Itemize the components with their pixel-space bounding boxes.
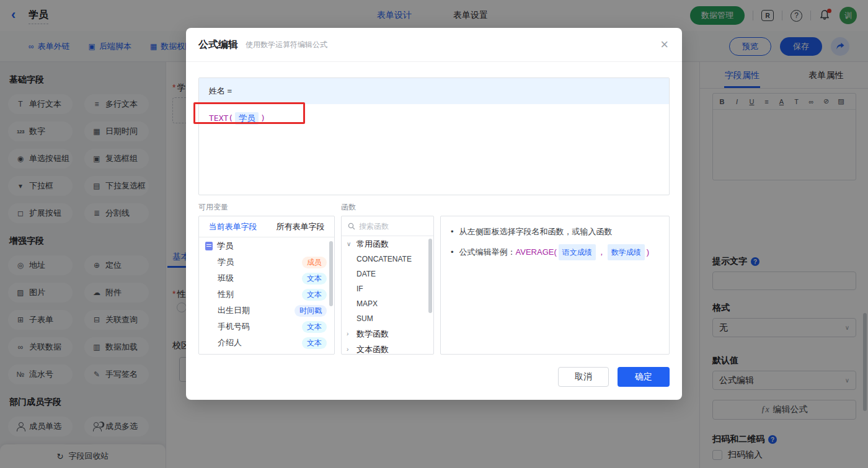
function-group-text[interactable]: ›文本函数 [342, 342, 433, 355]
function-item[interactable]: CONCATENATE [342, 252, 433, 267]
example-function-token: AVERAGE( [516, 245, 557, 260]
function-search-input[interactable] [359, 222, 421, 231]
type-badge: 文本 [302, 337, 327, 349]
modal-footer: 取消 确定 [558, 367, 670, 387]
hint-panel: •从左侧面板选择字段名和函数，或输入函数 • 公式编辑举例： AVERAGE( … [440, 216, 670, 355]
variable-name: 出生日期 [218, 305, 250, 316]
functions-panel: ∨常用函数 CONCATENATE DATE IF MAPX SUM ›数学函数… [341, 216, 434, 355]
tab-current-form-fields[interactable]: 当前表单字段 [199, 221, 267, 232]
function-name-token: TEXT( [209, 113, 233, 123]
bullet: • [451, 245, 454, 260]
function-item[interactable]: IF [342, 281, 433, 296]
variables-tabs: 当前表单字段 所有表单字段 [199, 216, 334, 237]
variable-row[interactable]: 性别文本 [199, 286, 334, 302]
variables-root-node[interactable]: 学员 [199, 237, 334, 254]
hint-text: 从左侧面板选择字段名和函数，或输入函数 [459, 224, 613, 239]
example-field-chip: 数学成绩 [608, 244, 645, 260]
form-designer-app: ‹ 学员 表单设计 表单设置 数据管理 R ? 训 ∞表单外链 ▣后端脚本 ▦数… [0, 0, 868, 468]
type-badge: 时间戳 [294, 305, 327, 317]
hint-line-2: • 公式编辑举例： AVERAGE( 语文成绩 ， 数学成绩 ) [451, 244, 659, 260]
modal-header: 公式编辑 使用数学运算符编辑公式 × [186, 28, 682, 62]
function-group-math[interactable]: ›数学函数 [342, 326, 433, 342]
close-icon[interactable]: × [660, 38, 668, 51]
formula-editor[interactable]: 姓名 = TEXT(学员) [198, 77, 670, 195]
close-paren-token: ) [260, 113, 265, 123]
chevron-right-icon: › [347, 346, 353, 353]
root-label: 学员 [217, 241, 233, 252]
function-search[interactable] [342, 216, 433, 236]
function-item[interactable]: SUM [342, 311, 433, 326]
function-item[interactable]: MAPX [342, 296, 433, 311]
chevron-right-icon: › [347, 330, 353, 337]
formula-editor-modal: 公式编辑 使用数学运算符编辑公式 × 姓名 = TEXT(学员) 可用变量 函数… [186, 28, 682, 400]
variables-panel: 当前表单字段 所有表单字段 学员 学员成员 班级文本 性别文本 出生日期时间戳 … [198, 216, 335, 355]
variable-row[interactable]: 介绍人文本 [199, 335, 334, 351]
hint-example-prefix: 公式编辑举例： [459, 245, 516, 260]
group-label: 数学函数 [356, 329, 389, 340]
hint-line-1: •从左侧面板选择字段名和函数，或输入函数 [451, 224, 659, 239]
type-badge: 文本 [302, 273, 327, 285]
comma-token: ， [598, 245, 606, 260]
search-icon [348, 223, 355, 230]
variable-row[interactable]: 手机号码文本 [199, 319, 334, 335]
variables-scrollbar[interactable] [329, 241, 333, 306]
group-label: 文本函数 [356, 344, 389, 355]
type-badge: 文本 [302, 289, 327, 301]
variable-row[interactable]: 学员成员 [199, 254, 334, 270]
cancel-button[interactable]: 取消 [558, 367, 609, 387]
tab-all-form-fields[interactable]: 所有表单字段 [267, 221, 334, 232]
field-chip-member[interactable]: 学员 [235, 112, 259, 125]
chevron-down-icon: ∨ [347, 241, 353, 247]
function-group-common[interactable]: ∨常用函数 [342, 236, 433, 252]
formula-target: 姓名 = [199, 78, 669, 104]
variable-name: 介绍人 [218, 337, 242, 348]
bullet: • [451, 224, 454, 239]
form-doc-icon [205, 242, 213, 250]
example-field-chip: 语文成绩 [559, 244, 596, 260]
group-label: 常用函数 [356, 239, 389, 250]
available-variables-label: 可用变量 [198, 202, 228, 213]
function-item[interactable]: DATE [342, 267, 433, 281]
functions-label: 函数 [341, 202, 356, 213]
variable-row[interactable]: 班级文本 [199, 270, 334, 286]
close-paren-token: ) [647, 245, 649, 260]
variable-name: 班级 [218, 273, 234, 284]
type-badge: 文本 [302, 321, 327, 333]
modal-title: 公式编辑 [198, 38, 238, 51]
variable-row[interactable]: 出生日期时间戳 [199, 302, 334, 319]
modal-subtitle: 使用数学运算符编辑公式 [246, 40, 327, 50]
functions-scrollbar[interactable] [428, 239, 432, 313]
variable-name: 手机号码 [218, 321, 250, 332]
formula-code[interactable]: TEXT(学员) [199, 104, 669, 133]
variable-name: 性别 [218, 289, 234, 300]
type-badge: 成员 [302, 257, 327, 268]
confirm-button[interactable]: 确定 [618, 367, 670, 387]
variable-name: 学员 [218, 257, 234, 268]
